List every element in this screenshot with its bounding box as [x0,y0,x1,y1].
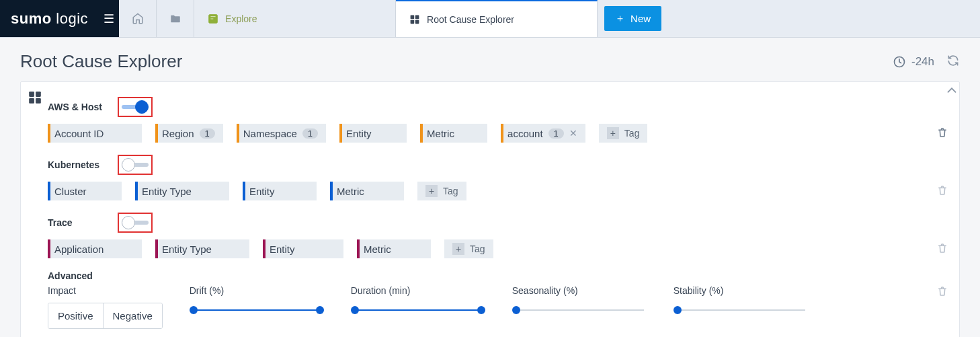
slider-duration[interactable]: Duration (min) [351,285,485,312]
dice-icon [28,90,42,105]
chip-trace-metric[interactable]: Metric [357,239,431,258]
chip-k8s-metric[interactable]: Metric [330,182,404,200]
section-k8s-header: Kubernetes [48,155,948,175]
toggle-aws-highlight [118,97,153,117]
section-advanced-label: Advanced [48,270,110,281]
impact-negative-button[interactable]: Negative [103,303,162,328]
add-tag-k8s[interactable]: +Tag [417,182,466,200]
delete-advanced-row[interactable] [936,285,948,299]
impact-control: Impact Positive Negative [48,285,163,329]
collapse-panel-button[interactable] [944,83,959,100]
section-trace-label: Trace [48,217,88,228]
top-nav: sumo logic ☰ Explore Root Cause Explorer… [0,0,980,38]
folder-icon [169,13,181,25]
chip-application[interactable]: Application [48,239,142,258]
plus-icon: + [607,127,619,139]
delete-aws-row[interactable] [936,126,948,141]
toggle-trace[interactable] [122,215,149,230]
plus-icon: + [425,185,438,197]
trash-icon [936,184,948,196]
aws-chips-row: Account ID Region1 Namespace1 Entity Met… [48,124,948,143]
impact-label: Impact [48,285,163,296]
main-menu-button[interactable]: ☰ [99,0,119,37]
page-title: Root Cause Explorer [20,51,893,72]
toggle-trace-highlight [118,213,153,233]
home-icon [132,13,144,25]
remove-icon[interactable]: ✕ [569,128,577,139]
clock-icon [893,55,906,69]
k8s-chips-row: Cluster Entity Type Entity Metric +Tag [48,182,948,200]
chip-aws-entity[interactable]: Entity [339,124,407,143]
brand-name-a: sumo [11,10,52,28]
impact-positive-button[interactable]: Positive [48,303,103,328]
section-k8s-label: Kubernetes [48,159,110,170]
new-button-label: New [630,13,651,24]
slider-drift-label: Drift (%) [190,285,324,296]
plus-icon: ＋ [615,12,625,25]
page-header: Root Cause Explorer -24h [0,38,980,81]
panel-icon-gutter [21,82,48,337]
chip-k8s-entity[interactable]: Entity [243,182,317,200]
brand-logo: sumo logic [0,0,99,37]
slider-seasonality-label: Seasonality (%) [512,285,647,296]
chip-account-filter[interactable]: account1✕ [501,124,585,143]
tab-rce-label: Root Cause Explorer [427,14,514,25]
section-aws-label: AWS & Host [48,102,110,112]
new-button[interactable]: ＋ New [604,6,661,31]
chip-k8s-entity-type[interactable]: Entity Type [135,182,229,200]
refresh-button[interactable] [946,54,960,69]
chip-trace-entity[interactable]: Entity [263,239,343,258]
tab-explore-label: Explore [225,13,257,24]
chip-namespace[interactable]: Namespace1 [237,124,326,143]
chip-region[interactable]: Region1 [155,124,223,143]
rce-icon [409,14,420,25]
trash-icon [936,242,948,254]
slider-drift[interactable]: Drift (%) [190,285,324,312]
tab-explore[interactable]: Explore [194,0,396,37]
library-button[interactable] [157,0,194,37]
slider-duration-label: Duration (min) [351,285,485,296]
trash-icon [936,285,948,297]
delete-k8s-row[interactable] [936,184,948,198]
brand-name-b: logic [56,10,88,28]
advanced-controls-row: Impact Positive Negative Drift (%) Durat… [48,285,948,329]
chip-cluster[interactable]: Cluster [48,182,122,200]
section-trace-header: Trace [48,213,948,233]
explore-icon [208,13,218,24]
add-tag-trace[interactable]: +Tag [444,239,493,258]
time-range-picker[interactable]: -24h [893,55,934,69]
impact-toggle-group: Positive Negative [48,303,163,329]
time-range-label: -24h [911,55,934,69]
home-button[interactable] [119,0,157,37]
slider-seasonality[interactable]: Seasonality (%) [512,285,647,312]
slider-stability-label: Stability (%) [673,285,808,296]
refresh-icon [946,54,960,67]
slider-stability[interactable]: Stability (%) [673,285,808,312]
trash-icon [936,126,948,139]
add-tag-aws[interactable]: +Tag [599,124,648,143]
tab-root-cause-explorer[interactable]: Root Cause Explorer [396,0,598,37]
toggle-k8s[interactable] [122,157,149,172]
plus-icon: + [452,243,464,255]
chip-account-id[interactable]: Account ID [48,124,142,143]
section-advanced-header: Advanced [48,270,948,281]
delete-trace-row[interactable] [936,242,948,256]
chip-aws-metric[interactable]: Metric [420,124,487,143]
svg-rect-7 [210,18,214,20]
filters-panel: AWS & Host Account ID Region1 Namespace1… [20,81,960,337]
svg-rect-6 [210,16,216,17]
toggle-k8s-highlight [118,155,153,175]
trace-chips-row: Application Entity Type Entity Metric +T… [48,239,948,258]
chevron-up-icon [944,83,959,98]
toggle-aws[interactable] [122,100,149,114]
chip-trace-entity-type[interactable]: Entity Type [155,239,249,258]
section-aws-header: AWS & Host [48,97,948,117]
